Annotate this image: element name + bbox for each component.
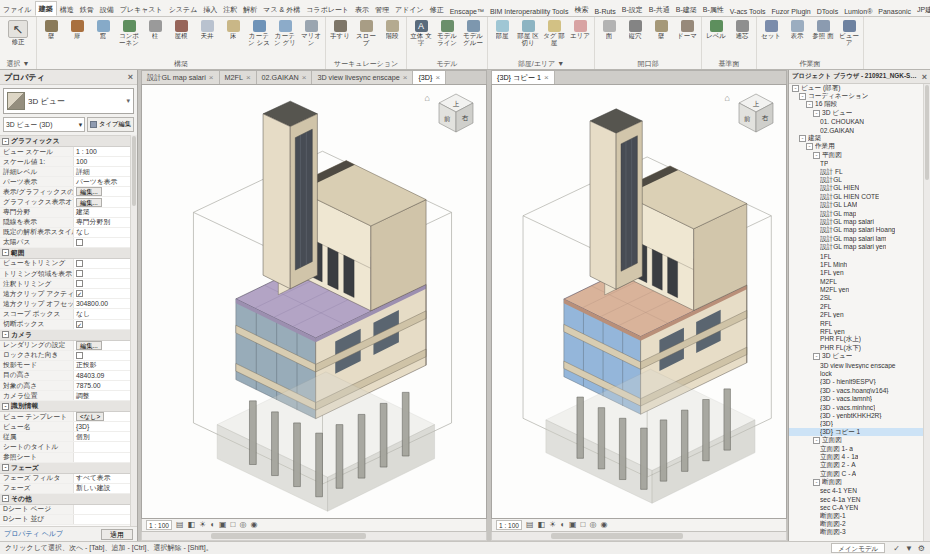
tree-item[interactable]: sec C-A YEN xyxy=(789,504,923,512)
view-tab[interactable]: 設計GL map salari× xyxy=(142,71,220,84)
menu-tab[interactable]: B-設定 xyxy=(619,3,646,16)
property-value[interactable]: 建築 xyxy=(74,208,130,217)
property-section-header[interactable]: -フェーズ xyxy=(0,463,130,474)
tree-item[interactable]: 2SL xyxy=(789,294,923,302)
home-icon[interactable]: ⌂ xyxy=(425,93,430,103)
ribbon-button[interactable]: 手すり xyxy=(327,18,353,58)
property-value[interactable]: 新しい建設 xyxy=(74,484,130,493)
ribbon-button[interactable]: 部屋 区切り xyxy=(515,18,541,58)
ribbon-button[interactable]: 壁 xyxy=(38,18,64,58)
ribbon-button[interactable]: モデル グループ xyxy=(460,18,486,58)
menu-tab[interactable]: B-建築 xyxy=(673,3,700,16)
tree-item[interactable]: sec 4-1 YEN xyxy=(789,487,923,495)
menu-tab[interactable]: システム xyxy=(166,3,201,16)
property-value[interactable] xyxy=(74,442,130,451)
tree-item[interactable]: 断面図-1 xyxy=(789,512,923,520)
ribbon-button[interactable]: ↖修正 xyxy=(1,18,35,58)
tree-item[interactable]: 立面図 C - A xyxy=(789,470,923,478)
property-value[interactable]: <なし> xyxy=(74,412,130,421)
menu-tab[interactable]: Lumion® xyxy=(841,6,875,16)
view-tab[interactable]: 3D view livesync enscape× xyxy=(312,71,413,84)
collapse-icon[interactable]: - xyxy=(2,464,9,471)
horizontal-scrollbar[interactable] xyxy=(141,532,487,541)
menu-tab[interactable]: マス & 外構 xyxy=(260,3,303,16)
property-value[interactable] xyxy=(74,259,130,268)
ribbon-button[interactable]: 柱 xyxy=(142,18,168,58)
detail-level-icon[interactable]: ▤ xyxy=(176,520,184,530)
checkbox[interactable] xyxy=(76,260,83,267)
close-icon[interactable]: × xyxy=(128,72,133,82)
tree-item[interactable]: 1FL yen xyxy=(789,269,923,277)
tree-expander-icon[interactable]: - xyxy=(806,101,813,108)
menu-tab[interactable]: Enscape™ xyxy=(447,6,487,16)
ribbon-button[interactable]: 床 xyxy=(220,18,246,58)
close-icon[interactable]: × xyxy=(403,73,408,82)
ribbon-button[interactable]: 面 xyxy=(596,18,622,58)
tree-item[interactable]: 2FL yen xyxy=(789,311,923,319)
checkbox[interactable]: ✓ xyxy=(76,290,83,297)
view-tab[interactable]: {3D}× xyxy=(413,71,446,84)
apply-button[interactable]: 適用 xyxy=(101,529,133,540)
property-section-header[interactable]: -識別情報 xyxy=(0,401,130,412)
view-tab[interactable]: {3D} コピー 1× xyxy=(492,71,555,84)
property-value[interactable]: 個別 xyxy=(74,432,130,441)
menu-tab[interactable]: 挿入 xyxy=(200,3,220,16)
settings-icon[interactable]: ⚙ xyxy=(918,544,925,553)
menu-tab[interactable]: Fuzor Plugin xyxy=(768,6,813,16)
ribbon-button[interactable]: モデル ライン xyxy=(434,18,460,58)
tree-expander-icon[interactable]: - xyxy=(792,85,799,92)
close-icon[interactable]: × xyxy=(922,72,927,82)
menu-tab[interactable]: プレキャスト xyxy=(117,3,166,16)
tree-item[interactable]: -3D ビュー xyxy=(789,353,923,361)
checkbox[interactable]: ✓ xyxy=(76,321,83,328)
tree-item[interactable]: TP xyxy=(789,160,923,168)
menu-tab[interactable]: BIM Interoperability Tools xyxy=(487,6,571,16)
property-value[interactable] xyxy=(74,505,130,514)
tree-item[interactable]: 2FL xyxy=(789,302,923,310)
scrollbar-thumb[interactable] xyxy=(925,85,929,180)
collapse-icon[interactable]: - xyxy=(2,249,9,256)
tree-expander-icon[interactable]: - xyxy=(813,353,820,360)
ribbon-button[interactable]: ビューア xyxy=(836,18,862,58)
collapse-icon[interactable]: - xyxy=(2,403,9,410)
tree-item[interactable]: 設計GL map salari yen xyxy=(789,243,923,251)
close-icon[interactable]: × xyxy=(246,73,251,82)
property-value[interactable]: なし xyxy=(74,228,130,237)
view-tab[interactable]: 02.GAIKAN× xyxy=(257,71,313,84)
view-canvas-left[interactable]: ⌂ 上前右 xyxy=(141,84,487,519)
property-value[interactable] xyxy=(74,515,130,524)
menu-tab[interactable]: JP建築 xyxy=(914,3,930,16)
ribbon-button[interactable]: マリオン xyxy=(298,18,324,58)
ribbon-button[interactable]: 縦穴 xyxy=(622,18,648,58)
ribbon-button[interactable]: セット xyxy=(758,18,784,58)
tree-expander-icon[interactable]: - xyxy=(813,152,820,159)
tree-expander-icon[interactable]: - xyxy=(806,143,813,150)
tree-item[interactable]: -3D ビュー xyxy=(789,109,923,117)
property-value[interactable]: ✓ xyxy=(74,289,130,298)
scrollbar-thumb[interactable] xyxy=(551,533,683,539)
detail-level-icon[interactable]: ▤ xyxy=(526,520,534,530)
tree-item[interactable]: PHR FL(水下) xyxy=(789,344,923,352)
ribbon-button[interactable]: カーテン システム xyxy=(246,18,272,58)
menu-tab[interactable]: アドイン xyxy=(392,3,427,16)
collapse-icon[interactable]: - xyxy=(2,331,9,338)
menu-tab[interactable]: 鉄骨 xyxy=(77,3,97,16)
menu-tab[interactable]: 解析 xyxy=(240,3,260,16)
view-scale[interactable]: 1 : 100 xyxy=(146,520,172,530)
property-value[interactable]: 専門分野別 xyxy=(74,218,130,227)
ribbon-button[interactable]: 天井 xyxy=(194,18,220,58)
ribbon-button[interactable]: A立体 文字 xyxy=(408,18,434,58)
collapse-icon[interactable]: - xyxy=(2,495,9,502)
property-value[interactable]: 編集... xyxy=(74,187,130,196)
tree-item[interactable]: -建築 xyxy=(789,134,923,142)
property-value[interactable]: ✓ xyxy=(74,320,130,329)
ribbon-button[interactable]: カーテン グリッド xyxy=(272,18,298,58)
tree-item[interactable]: M2FL xyxy=(789,277,923,285)
property-section-header[interactable]: -カメラ xyxy=(0,330,130,341)
tree-item[interactable]: 01. CHOUKAN xyxy=(789,118,923,126)
menu-tab[interactable]: 管理 xyxy=(372,3,392,16)
property-value[interactable] xyxy=(74,269,130,278)
property-section-header[interactable]: -グラフィックス xyxy=(0,136,130,147)
tree-item[interactable]: {3D - yenbtKHKH2R} xyxy=(789,411,923,419)
edit-type-button[interactable]: タイプ編集 xyxy=(87,117,134,132)
